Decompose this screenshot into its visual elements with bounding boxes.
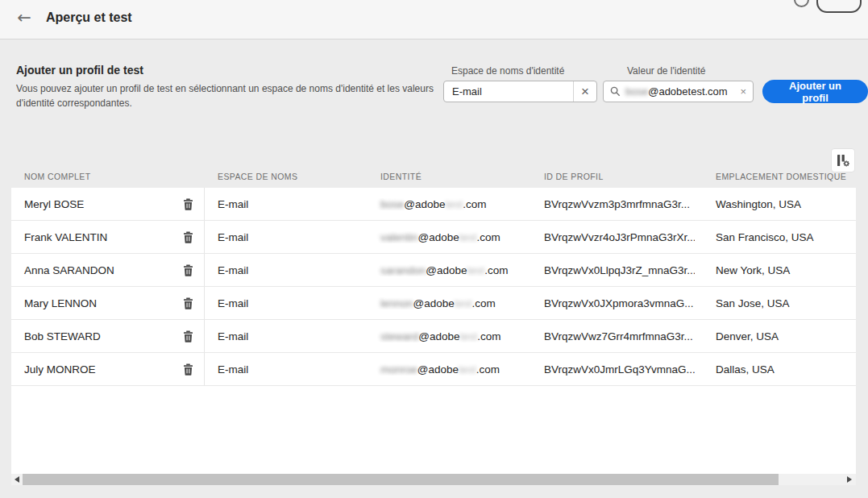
cell-full-name: Mary LENNON [11,287,205,319]
table-row: Frank VALENTINE-mailvalentin@adobetest.c… [11,221,856,254]
cell-profile-id: BVrqzwVx0JmrLGq3YvmnaG... [523,363,695,376]
cell-namespace: E-mail [205,330,366,342]
trash-icon [183,297,193,309]
cell-full-name: July MONROE [11,353,205,385]
scroll-left-arrow-icon[interactable] [15,476,19,483]
trash-icon [183,198,193,210]
close-icon: × [740,85,746,98]
identity-clear-button[interactable]: × [740,85,746,98]
cell-profile-id: BVrqzwVvzm3p3mrfmnaG3r... [523,198,695,210]
cell-identity: lennon@adobetest.com [366,297,523,309]
namespace-select[interactable]: E-mail × [443,81,597,102]
cell-home-location: Denver, USA [695,330,856,342]
full-name: July MONROE [24,363,96,376]
table-row: Meryl BOSEE-mailbose@adobetest.comBVrqzw… [11,188,856,221]
identity-field-label: Valeur de l'identité [627,65,705,77]
cell-identity: bose@adobetest.com [366,198,523,210]
trash-icon [183,330,193,342]
table-row: Bob STEWARDE-mailsteward@adobetest.comBV… [11,320,856,353]
table-row: Mary LENNONE-maillennon@adobetest.comBVr… [11,287,856,320]
cell-full-name: Bob STEWARD [11,320,205,352]
add-profile-button[interactable]: Ajouter un profil [762,80,868,103]
trash-icon [183,363,193,376]
page-title: Aperçu et test [46,10,132,25]
delete-profile-button[interactable] [181,329,196,344]
cell-profile-id: BVrqzwVwz7Grr4mrfmnaG3r... [523,330,695,342]
cell-full-name: Anna SARANDON [11,254,205,286]
namespace-field-label: Espace de noms d'identité [451,65,564,77]
delete-profile-button[interactable] [181,197,196,212]
delete-profile-button[interactable] [181,230,196,245]
column-header-identity: IDENTITÉ [366,172,523,181]
back-arrow-icon[interactable]: ← [13,6,35,29]
cell-full-name: Frank VALENTIN [11,221,205,253]
close-icon: × [581,84,589,100]
full-name: Meryl BOSE [24,198,84,210]
identity-input-value: bose@adobetest.com [625,85,728,98]
cell-home-location: San Francisco, USA [695,231,856,243]
column-header-name: NOM COMPLET [11,172,205,181]
column-header-location: EMPLACEMENT DOMESTIQUE [695,172,856,181]
cell-profile-id: BVrqzwVx0LlpqJ3rZ_mnaG3r... [523,264,695,276]
test-profiles-table: Meryl BOSEE-mailbose@adobetest.comBVrqzw… [11,188,856,485]
column-header-namespace: ESPACE DE NOMS [205,172,366,181]
cell-identity: steward@adobetest.com [366,330,523,342]
delete-profile-button[interactable] [181,263,196,278]
full-name: Anna SARANDON [24,264,114,276]
full-name: Bob STEWARD [24,330,101,342]
column-header-profile_id: ID DE PROFIL [523,172,695,181]
identity-value-input[interactable]: bose@adobetest.com × [603,81,754,102]
full-name: Frank VALENTIN [24,231,107,243]
full-name: Mary LENNON [24,297,97,309]
scrollbar-thumb[interactable] [23,474,779,485]
cell-home-location: Dallas, USA [695,363,856,376]
cell-profile-id: BVrqzwVvzr4oJ3rPmnaG3rXr... [523,231,695,243]
cell-identity: monroe@adobetest.com [366,363,523,376]
namespace-select-value: E-mail [444,85,573,98]
trash-icon [183,231,193,243]
cell-namespace: E-mail [205,297,366,309]
cell-identity: valentin@adobetest.com [366,231,523,243]
cell-namespace: E-mail [205,363,366,376]
table-row: July MONROEE-mailmonroe@adobetest.comBVr… [11,353,856,386]
search-icon [610,86,621,97]
trash-icon [183,264,193,276]
add-profile-section-description: Vous pouvez ajouter un profil de test en… [16,81,439,110]
add-profile-section-title: Ajouter un profil de test [16,64,143,77]
cell-profile-id: BVrqzwVx0JXpmora3vmnaG... [523,297,695,309]
cell-full-name: Meryl BOSE [11,188,205,220]
table-row: Anna SARANDONE-mailsarandon@adobetest.co… [11,254,856,287]
cell-namespace: E-mail [205,198,366,210]
horizontal-scrollbar[interactable] [11,474,856,485]
cell-namespace: E-mail [205,231,366,243]
cell-home-location: New York, USA [695,264,856,276]
namespace-clear-button[interactable]: × [573,81,596,102]
scroll-right-arrow-icon[interactable] [847,476,852,483]
delete-profile-button[interactable] [181,296,196,311]
header-pill-button[interactable] [816,0,862,13]
cell-home-location: Washington, USA [695,198,856,210]
cell-namespace: E-mail [205,264,366,276]
table-body: Meryl BOSEE-mailbose@adobetest.comBVrqzw… [11,188,856,386]
cell-home-location: San Jose, USA [695,297,856,309]
cell-identity: sarandon@adobetest.com [366,264,523,276]
delete-profile-button[interactable] [181,362,196,377]
table-header-row: NOM COMPLETESPACE DE NOMSIDENTITÉID DE P… [11,164,856,181]
